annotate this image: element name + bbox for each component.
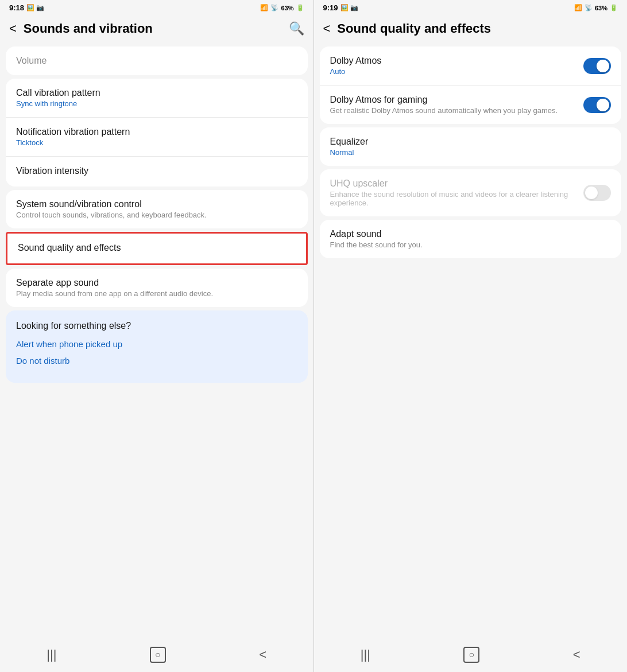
notif-vibration-item[interactable]: Notification vibration pattern Ticktock [6, 118, 308, 157]
left-page-title: Sounds and vibration [24, 21, 282, 36]
dolby-atmos-item[interactable]: Dolby Atmos Auto [320, 46, 622, 86]
adapt-sound-card: Adapt sound Find the best sound for you. [320, 220, 622, 258]
left-photo-icon: 🖼️ 📷 [26, 4, 44, 11]
dolby-atmos-title: Dolby Atmos [330, 56, 382, 66]
sound-quality-highlighted[interactable]: Sound quality and effects [6, 232, 308, 265]
left-nav-bar: ||| ○ < [0, 640, 314, 672]
dolby-gaming-toggle-knob [597, 99, 609, 111]
call-vibration-sub: Sync with ringtone [16, 99, 297, 108]
dolby-card: Dolby Atmos Auto Dolby Atmos for gaming … [320, 46, 622, 124]
right-home-icon[interactable]: ○ [463, 647, 479, 663]
looking-card: Looking for something else? Alert when p… [6, 310, 308, 383]
call-vibration-title: Call vibration pattern [16, 88, 297, 98]
uhq-desc: Enhance the sound resolution of music an… [330, 190, 577, 207]
left-back-nav-icon[interactable]: < [259, 647, 266, 662]
dolby-gaming-title: Dolby Atmos for gaming [330, 95, 577, 105]
left-status-bar: 9:18 🖼️ 📷 📶 📡 63% 🔋 [0, 0, 314, 14]
uhq-toggle-knob [585, 187, 598, 199]
left-signal-icon: 📡 [270, 4, 278, 11]
equalizer-item[interactable]: Equalizer Normal [320, 127, 622, 166]
dolby-gaming-toggle[interactable] [583, 97, 611, 113]
system-sound-item[interactable]: System sound/vibration control Control t… [6, 190, 308, 228]
vibration-intensity-item[interactable]: Vibration intensity [6, 157, 308, 187]
right-back-nav-icon[interactable]: < [573, 647, 580, 662]
vibration-card: Call vibration pattern Sync with rington… [6, 79, 308, 187]
uhq-item[interactable]: UHQ upscaler Enhance the sound resolutio… [320, 169, 622, 216]
right-time: 9:19 [323, 3, 338, 12]
uhq-card: UHQ upscaler Enhance the sound resolutio… [320, 169, 622, 216]
equalizer-title: Equalizer [330, 137, 611, 147]
equalizer-card: Equalizer Normal [320, 127, 622, 166]
right-menu-icon[interactable]: ||| [361, 647, 370, 662]
right-battery: 63% [595, 5, 607, 11]
dolby-gaming-item[interactable]: Dolby Atmos for gaming Get realistic Dol… [320, 86, 622, 124]
right-battery-icon: 🔋 [610, 4, 618, 11]
sound-quality-title: Sound quality and effects [18, 243, 296, 253]
left-wifi-icon: 📶 [260, 4, 268, 11]
dolby-atmos-toggle-knob [597, 60, 609, 72]
right-content: Dolby Atmos Auto Dolby Atmos for gaming … [314, 43, 628, 640]
dolby-atmos-toggle[interactable] [583, 58, 611, 74]
notif-vibration-sub: Ticktock [16, 138, 297, 147]
left-menu-icon[interactable]: ||| [47, 647, 56, 662]
left-content: Volume Call vibration pattern Sync with … [0, 43, 314, 640]
right-header: < Sound quality and effects [314, 14, 628, 43]
right-nav-bar: ||| ○ < [314, 640, 628, 672]
volume-item[interactable]: Volume [6, 46, 308, 75]
uhq-text: UHQ upscaler Enhance the sound resolutio… [330, 178, 577, 207]
volume-label: Volume [16, 56, 297, 66]
left-battery: 63% [281, 5, 293, 11]
system-sound-card: System sound/vibration control Control t… [6, 190, 308, 228]
left-time: 9:18 [9, 3, 24, 12]
right-phone: 9:19 🖼️ 📷 📶 📡 63% 🔋 < Sound quality and … [314, 0, 628, 672]
system-sound-desc: Control touch sounds, vibrations, and ke… [16, 211, 297, 219]
dolby-gaming-desc: Get realistic Dolby Atmos sound automati… [330, 106, 577, 115]
right-photo-icon: 🖼️ 📷 [340, 4, 358, 11]
separate-sound-desc: Play media sound from one app on a diffe… [16, 289, 297, 298]
volume-card: Volume [6, 46, 308, 75]
left-header: < Sounds and vibration 🔍 [0, 14, 314, 43]
right-status-bar: 9:19 🖼️ 📷 📶 📡 63% 🔋 [314, 0, 628, 14]
right-wifi-icon: 📶 [574, 4, 582, 11]
alert-link[interactable]: Alert when phone picked up [16, 339, 297, 349]
separate-sound-card: Separate app sound Play media sound from… [6, 269, 308, 307]
vibration-intensity-title: Vibration intensity [16, 166, 297, 176]
right-page-title: Sound quality and effects [337, 21, 618, 36]
looking-title: Looking for something else? [16, 321, 297, 331]
right-signal-icon: 📡 [585, 4, 593, 11]
dolby-atmos-sub: Auto [330, 67, 382, 76]
separate-sound-item[interactable]: Separate app sound Play media sound from… [6, 269, 308, 307]
notif-vibration-title: Notification vibration pattern [16, 127, 297, 137]
equalizer-sub: Normal [330, 148, 611, 157]
adapt-sound-item[interactable]: Adapt sound Find the best sound for you. [320, 220, 622, 258]
left-home-icon[interactable]: ○ [150, 647, 166, 663]
left-search-button[interactable]: 🔍 [289, 21, 304, 36]
adapt-sound-title: Adapt sound [330, 229, 611, 239]
dolby-gaming-text: Dolby Atmos for gaming Get realistic Dol… [330, 95, 577, 115]
adapt-sound-desc: Find the best sound for you. [330, 240, 611, 249]
sound-quality-item[interactable]: Sound quality and effects [7, 234, 306, 263]
call-vibration-item[interactable]: Call vibration pattern Sync with rington… [6, 79, 308, 118]
right-back-button[interactable]: < [323, 21, 331, 36]
uhq-title: UHQ upscaler [330, 178, 577, 189]
left-back-button[interactable]: < [9, 21, 17, 36]
separate-sound-title: Separate app sound [16, 278, 297, 288]
left-phone: 9:18 🖼️ 📷 📶 📡 63% 🔋 < Sounds and vibrati… [0, 0, 314, 672]
dnd-link[interactable]: Do not disturb [16, 356, 297, 366]
system-sound-title: System sound/vibration control [16, 199, 297, 209]
dolby-atmos-text: Dolby Atmos Auto [330, 56, 382, 76]
uhq-toggle[interactable] [583, 185, 611, 201]
left-battery-icon: 🔋 [296, 4, 304, 11]
